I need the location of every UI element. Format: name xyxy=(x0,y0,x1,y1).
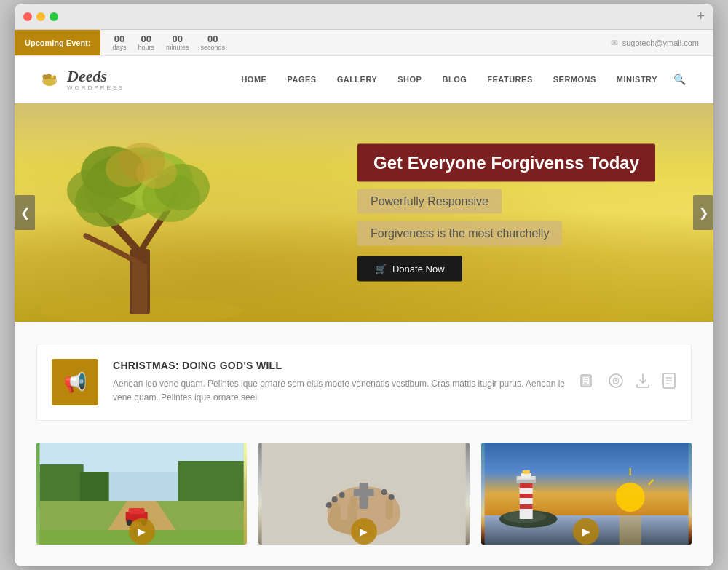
nav-sermons[interactable]: SERMONS xyxy=(543,69,606,90)
megaphone-icon: 📢 xyxy=(63,371,87,394)
days-number: 00 xyxy=(114,34,124,44)
dot-close[interactable] xyxy=(23,12,32,21)
svg-point-56 xyxy=(389,494,395,500)
nav-pages[interactable]: PAGES xyxy=(277,69,326,90)
svg-rect-72 xyxy=(519,504,532,509)
browser-window: + Upcoming Event: 00 days 00 hours 00 mi… xyxy=(15,4,713,566)
nav-home[interactable]: HOME xyxy=(231,69,277,90)
sermon-actions xyxy=(580,373,676,392)
svg-rect-5 xyxy=(132,264,147,314)
sermon-icon-box: 📢 xyxy=(52,359,98,405)
countdown-seconds: 00 seconds xyxy=(201,34,226,51)
countdown-days: 00 days xyxy=(112,34,126,51)
gallery-play-2[interactable]: ▶ xyxy=(351,518,377,545)
donate-now-button[interactable]: 🛒 Donate Now xyxy=(357,256,462,282)
seconds-number: 00 xyxy=(207,34,218,44)
sermon-description: Aenean leo vene quam. Pellntes ique orna… xyxy=(113,377,566,405)
hero-slider: ❮ ❯ Get Everyone Forgivenss Today Powerf… xyxy=(15,103,713,322)
new-tab-button[interactable]: + xyxy=(697,9,705,24)
hours-label: hours xyxy=(138,44,154,51)
minutes-number: 00 xyxy=(173,34,183,44)
svg-rect-48 xyxy=(376,496,384,520)
sermon-section: 📢 CHRISTMAS: DOING GOD'S WILL Aenean leo… xyxy=(15,322,713,435)
nav-blog[interactable]: BLOG xyxy=(432,69,477,90)
sermon-notes-icon[interactable] xyxy=(662,373,676,392)
logo-bird-icon xyxy=(36,66,63,92)
svg-point-1 xyxy=(44,79,55,86)
hero-title: Get Everyone Forgivenss Today xyxy=(357,144,655,182)
gallery-play-3[interactable]: ▶ xyxy=(573,518,599,545)
sermon-download-icon[interactable] xyxy=(636,373,650,392)
countdown-hours: 00 hours xyxy=(138,34,154,51)
logo-text: Deeds WORDPRESS xyxy=(67,68,124,92)
sermon-video-icon[interactable] xyxy=(580,374,596,391)
logo-main-text: Deeds xyxy=(67,68,124,85)
countdown-timer: 00 days 00 hours 00 minutes 00 seconds xyxy=(100,34,237,51)
logo-sub-text: WORDPRESS xyxy=(67,85,124,92)
svg-point-52 xyxy=(339,492,345,498)
svg-point-58 xyxy=(615,483,644,512)
sermon-audio-icon[interactable] xyxy=(608,373,624,392)
svg-rect-37 xyxy=(129,508,145,514)
main-nav: HOME PAGES GALLERY SHOP BLOG FEATURES SE… xyxy=(231,68,692,91)
svg-rect-46 xyxy=(341,497,348,520)
minutes-label: minutes xyxy=(166,44,189,51)
nav-shop[interactable]: SHOP xyxy=(387,69,432,90)
dot-minimize[interactable] xyxy=(36,12,45,21)
nav-ministry[interactable]: MINISTRY xyxy=(606,69,668,90)
seconds-label: seconds xyxy=(201,44,226,51)
svg-rect-47 xyxy=(350,496,357,520)
svg-point-53 xyxy=(332,496,338,502)
svg-rect-69 xyxy=(522,470,529,474)
hero-tree-illustration xyxy=(29,118,255,322)
email-icon: ✉ xyxy=(611,38,618,48)
svg-rect-62 xyxy=(619,515,641,545)
nav-features[interactable]: FEATURES xyxy=(477,69,542,90)
upcoming-event-badge: Upcoming Event: xyxy=(15,30,100,55)
slider-arrow-left[interactable]: ❮ xyxy=(15,195,35,230)
gallery-item-3[interactable]: ▶ xyxy=(481,443,692,545)
hero-content: Get Everyone Forgivenss Today Powerfully… xyxy=(357,144,655,282)
svg-point-2 xyxy=(51,76,54,79)
top-bar: Upcoming Event: 00 days 00 hours 00 minu… xyxy=(15,30,713,56)
svg-point-54 xyxy=(326,502,332,508)
donate-label: Donate Now xyxy=(392,264,445,274)
site-header: Deeds WORDPRESS HOME PAGES GALLERY SHOP … xyxy=(15,56,713,103)
gallery-section: ▶ xyxy=(15,435,713,566)
countdown-minutes: 00 minutes xyxy=(166,34,189,51)
gallery-item-1[interactable]: ▶ xyxy=(36,443,247,545)
svg-rect-66 xyxy=(519,483,532,488)
svg-rect-51 xyxy=(354,489,374,496)
svg-rect-49 xyxy=(386,498,393,520)
nav-gallery[interactable]: GALLERY xyxy=(327,69,388,90)
sermon-info: CHRISTMAS: DOING GOD'S WILL Aenean leo v… xyxy=(113,360,566,405)
dot-maximize[interactable] xyxy=(50,12,58,21)
svg-rect-71 xyxy=(519,494,532,498)
email-address: sugotech@ymail.com xyxy=(622,39,699,47)
browser-chrome: + xyxy=(15,4,713,30)
svg-rect-70 xyxy=(516,480,535,483)
browser-dots xyxy=(23,12,58,21)
svg-rect-45 xyxy=(331,501,339,521)
top-bar-email: ✉ sugotech@ymail.com xyxy=(611,38,713,48)
svg-point-55 xyxy=(381,489,387,495)
slider-arrow-right[interactable]: ❯ xyxy=(693,195,713,230)
hours-number: 00 xyxy=(141,34,151,44)
svg-rect-57 xyxy=(484,443,688,515)
search-icon[interactable]: 🔍 xyxy=(668,68,692,91)
svg-point-16 xyxy=(119,143,165,181)
logo-area[interactable]: Deeds WORDPRESS xyxy=(36,66,131,92)
sermon-card: 📢 CHRISTMAS: DOING GOD'S WILL Aenean leo… xyxy=(36,344,692,421)
cart-icon: 🛒 xyxy=(375,264,387,274)
hero-subtitle-1: Powerfully Responsive xyxy=(357,189,502,214)
gallery-item-2[interactable]: ▶ xyxy=(258,443,469,545)
gallery-play-1[interactable]: ▶ xyxy=(129,518,155,545)
days-label: days xyxy=(112,44,126,51)
sermon-title: CHRISTMAS: DOING GOD'S WILL xyxy=(113,360,566,371)
hero-subtitle-2: Forgiveness is the most churchelly xyxy=(357,221,562,246)
svg-point-24 xyxy=(615,379,617,381)
